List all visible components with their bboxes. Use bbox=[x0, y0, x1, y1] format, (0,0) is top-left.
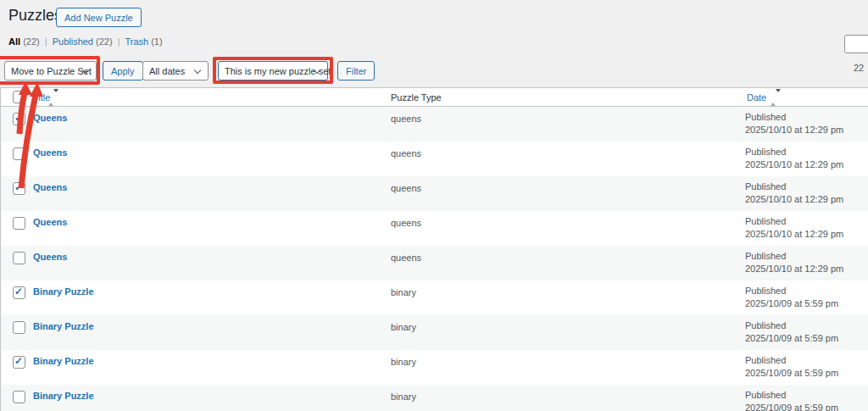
row-date: Published 2025/10/09 at 5:59 pm bbox=[745, 354, 838, 380]
row-puzzle-type: queens bbox=[391, 148, 421, 158]
column-header-date[interactable]: Date bbox=[747, 92, 766, 103]
table-row: Queens queens Published 2025/10/10 at 12… bbox=[1, 176, 868, 211]
row-title-link[interactable]: Queens bbox=[33, 113, 67, 123]
row-datetime: 2025/10/09 at 5:59 pm bbox=[745, 332, 838, 345]
table-row: Queens queens Published 2025/10/10 at 12… bbox=[1, 107, 868, 142]
row-title-link[interactable]: Queens bbox=[33, 252, 67, 262]
row-status: Published bbox=[745, 181, 843, 193]
row-title-link[interactable]: Queens bbox=[33, 217, 67, 227]
chevron-down-icon bbox=[194, 67, 201, 74]
row-checkbox[interactable] bbox=[13, 217, 25, 230]
row-date: Published 2025/10/10 at 12:29 pm bbox=[745, 111, 843, 136]
select-all-checkbox[interactable] bbox=[13, 91, 25, 103]
row-puzzle-type: queens bbox=[391, 183, 421, 193]
row-datetime: 2025/10/09 at 5:59 pm bbox=[745, 297, 838, 310]
row-datetime: 2025/10/10 at 12:29 pm bbox=[745, 193, 843, 206]
row-title-link[interactable]: Binary Puzzle bbox=[33, 321, 94, 331]
add-new-puzzle-button[interactable]: Add New Puzzle bbox=[56, 8, 142, 27]
row-checkbox[interactable] bbox=[13, 147, 25, 160]
row-date: Published 2025/10/10 at 12:29 pm bbox=[745, 250, 843, 275]
items-count: 22 bbox=[854, 63, 864, 73]
row-datetime: 2025/10/10 at 12:29 pm bbox=[745, 124, 843, 136]
puzzles-admin-page: Puzzles Add New Puzzle All (22) | Publis… bbox=[0, 0, 868, 411]
view-filter-links: All (22) | Published (22) | Trash (1) bbox=[8, 36, 163, 47]
table-row: Queens queens Published 2025/10/10 at 12… bbox=[1, 246, 868, 280]
puzzle-set-filter-select[interactable]: This is my new puzzle set bbox=[218, 61, 328, 81]
row-title-link[interactable]: Binary Puzzle bbox=[33, 391, 94, 401]
row-title-link[interactable]: Binary Puzzle bbox=[33, 286, 94, 297]
table-row: Queens queens Published 2025/10/10 at 12… bbox=[1, 211, 868, 246]
row-puzzle-type: queens bbox=[391, 114, 421, 124]
filter-button[interactable]: Filter bbox=[337, 61, 375, 81]
row-checkbox[interactable] bbox=[13, 252, 25, 264]
row-date: Published 2025/10/09 at 5:59 pm bbox=[745, 319, 838, 345]
column-header-puzzle-type: Puzzle Type bbox=[391, 92, 442, 103]
row-datetime: 2025/10/10 at 12:29 pm bbox=[745, 263, 843, 275]
row-status: Published bbox=[745, 319, 838, 332]
row-puzzle-type: queens bbox=[391, 253, 421, 263]
view-separator: | bbox=[45, 36, 47, 47]
row-datetime: 2025/10/09 at 5:59 pm bbox=[745, 367, 838, 380]
row-date: Published 2025/10/10 at 12:29 pm bbox=[745, 146, 843, 171]
row-status: Published bbox=[745, 146, 843, 158]
search-input[interactable] bbox=[844, 35, 868, 53]
row-date: Published 2025/10/10 at 12:29 pm bbox=[745, 215, 843, 241]
table-header-row: Title Puzzle Type Date bbox=[1, 88, 868, 107]
dates-filter-select[interactable]: All dates bbox=[142, 61, 209, 81]
row-checkbox[interactable] bbox=[13, 356, 25, 369]
row-status: Published bbox=[745, 111, 843, 124]
puzzles-table: Title Puzzle Type Date Queens queens Pub… bbox=[0, 87, 868, 411]
view-separator: | bbox=[118, 36, 120, 47]
row-title-link[interactable]: Binary Puzzle bbox=[33, 356, 94, 366]
row-puzzle-type: queens bbox=[391, 218, 421, 228]
row-date: Published 2025/10/09 at 5:59 pm bbox=[745, 285, 838, 310]
table-body: Queens queens Published 2025/10/10 at 12… bbox=[1, 107, 868, 411]
sort-icon bbox=[771, 92, 777, 103]
row-title-link[interactable]: Queens bbox=[33, 147, 67, 158]
row-checkbox[interactable] bbox=[13, 321, 25, 334]
row-status: Published bbox=[745, 285, 838, 297]
row-status: Published bbox=[745, 389, 838, 402]
row-date: Published 2025/10/10 at 12:29 pm bbox=[745, 181, 843, 206]
table-row: Binary Puzzle binary Published 2025/10/0… bbox=[1, 315, 868, 350]
row-datetime: 2025/10/09 at 5:59 pm bbox=[745, 402, 838, 411]
row-puzzle-type: binary bbox=[391, 392, 416, 402]
row-date: Published 2025/10/09 at 5:59 pm bbox=[745, 389, 838, 411]
page-title: Puzzles bbox=[8, 7, 62, 25]
row-checkbox[interactable] bbox=[13, 113, 25, 125]
row-puzzle-type: binary bbox=[391, 287, 416, 297]
table-row: Binary Puzzle binary Published 2025/10/0… bbox=[1, 385, 868, 411]
row-status: Published bbox=[745, 250, 843, 263]
row-status: Published bbox=[745, 354, 838, 367]
row-checkbox[interactable] bbox=[13, 182, 25, 195]
table-row: Queens queens Published 2025/10/10 at 12… bbox=[1, 142, 868, 176]
row-checkbox[interactable] bbox=[13, 286, 25, 299]
view-all-link[interactable]: All (22) bbox=[8, 36, 40, 47]
row-datetime: 2025/10/10 at 12:29 pm bbox=[745, 158, 843, 171]
row-datetime: 2025/10/10 at 12:29 pm bbox=[745, 228, 843, 241]
bulk-action-select[interactable]: Move to Puzzle Set bbox=[4, 61, 97, 81]
view-trash-link[interactable]: Trash (1) bbox=[125, 36, 162, 47]
view-published-link[interactable]: Published (22) bbox=[53, 36, 113, 47]
row-puzzle-type: binary bbox=[391, 357, 416, 367]
apply-button[interactable]: Apply bbox=[103, 61, 143, 81]
row-title-link[interactable]: Queens bbox=[33, 182, 67, 192]
table-row: Binary Puzzle binary Published 2025/10/0… bbox=[1, 280, 868, 315]
row-puzzle-type: binary bbox=[391, 322, 416, 332]
table-row: Binary Puzzle binary Published 2025/10/0… bbox=[1, 350, 868, 385]
row-checkbox[interactable] bbox=[13, 391, 25, 403]
sort-icon bbox=[48, 92, 55, 103]
row-status: Published bbox=[745, 215, 843, 228]
